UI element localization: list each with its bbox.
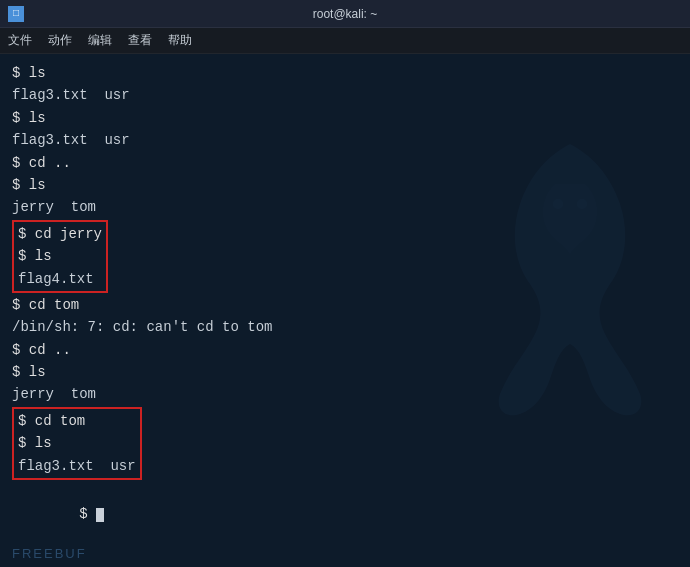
title-bar-title: root@kali: ~ [313, 7, 378, 21]
menu-action[interactable]: 动作 [48, 32, 72, 49]
prompt-4: $ ls [12, 177, 46, 193]
line-18: flag3.txt usr [18, 455, 136, 477]
prompt-8: $ cd .. [12, 342, 71, 358]
menu-file[interactable]: 文件 [8, 32, 32, 49]
terminal-content: $ ls flag3.txt usr $ ls flag3.txt usr $ … [12, 62, 678, 548]
highlight-box-2: $ cd tom $ ls flag3.txt usr [12, 407, 142, 480]
line-13: $ cd .. [12, 339, 678, 361]
line-15: jerry tom [12, 383, 678, 405]
line-2: flag3.txt usr [12, 84, 678, 106]
line-14: $ ls [12, 361, 678, 383]
line-17: $ ls [18, 432, 136, 454]
line-3: $ ls [12, 107, 678, 129]
terminal-body[interactable]: $ ls flag3.txt usr $ ls flag3.txt usr $ … [0, 54, 690, 567]
menu-view[interactable]: 查看 [128, 32, 152, 49]
line-19: $ [12, 481, 678, 548]
window-icon: □ [8, 6, 24, 22]
highlight-box-1: $ cd jerry $ ls flag4.txt [12, 220, 108, 293]
menu-help[interactable]: 帮助 [168, 32, 192, 49]
menu-edit[interactable]: 编辑 [88, 32, 112, 49]
title-bar: □ root@kali: ~ [0, 0, 690, 28]
watermark: FREEBUF [12, 546, 87, 561]
line-12: /bin/sh: 7: cd: can't cd to tom [12, 316, 678, 338]
line-1: $ ls [12, 62, 678, 84]
prompt-3: $ cd .. [12, 155, 71, 171]
terminal-window: □ root@kali: ~ 文件 动作 编辑 查看 帮助 $ ls flag3… [0, 0, 690, 567]
prompt-2: $ ls [12, 110, 46, 126]
line-11: $ cd tom [12, 294, 678, 316]
prompt-10: $ cd tom [18, 413, 85, 429]
line-9: $ ls [18, 245, 102, 267]
prompt-1: $ ls [12, 65, 46, 81]
title-bar-left: □ [8, 6, 24, 22]
prompt-5: $ cd jerry [18, 226, 102, 242]
prompt-9: $ ls [12, 364, 46, 380]
line-5: $ cd .. [12, 152, 678, 174]
line-16: $ cd tom [18, 410, 136, 432]
prompt-7: $ cd tom [12, 297, 79, 313]
prompt-6: $ ls [18, 248, 52, 264]
line-8: $ cd jerry [18, 223, 102, 245]
prompt-11: $ ls [18, 435, 52, 451]
line-6: $ ls [12, 174, 678, 196]
cursor [96, 508, 104, 522]
line-7: jerry tom [12, 196, 678, 218]
prompt-12: $ [79, 506, 96, 522]
line-10: flag4.txt [18, 268, 102, 290]
menu-bar: 文件 动作 编辑 查看 帮助 [0, 28, 690, 54]
line-4: flag3.txt usr [12, 129, 678, 151]
